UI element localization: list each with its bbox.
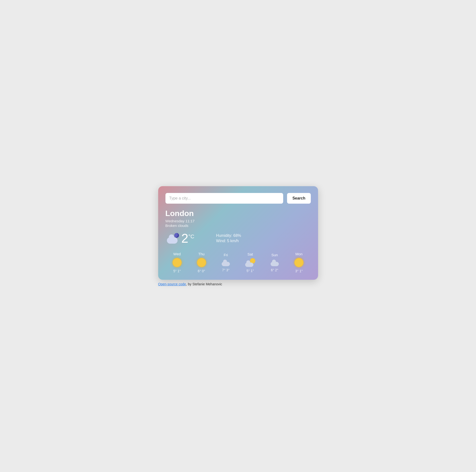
forecast-temps-thu: 6° 0° xyxy=(198,269,205,273)
forecast-day-name-fri: Fri xyxy=(223,253,228,257)
city-name: London xyxy=(166,209,311,218)
forecast-day-wed: Wed 5° 1° xyxy=(166,252,189,273)
humidity-stat: Humidity: 68% xyxy=(216,234,241,238)
forecast-icon-sun xyxy=(270,259,280,266)
temperature-unit: °C xyxy=(188,233,194,239)
forecast-row: Wed 5° 1° Thu 6° 0° Fri 7° 3° Sat xyxy=(166,252,311,273)
page-wrapper: Search London Wednesday 11:17 Broken clo… xyxy=(158,186,318,286)
forecast-day-sat: Sat 5° 1° xyxy=(238,252,262,273)
open-source-link[interactable]: Open-source code xyxy=(158,282,186,286)
forecast-icon-sat xyxy=(245,258,255,267)
weather-stats: Humidity: 68% Wind: 5 km/h xyxy=(216,234,241,243)
forecast-day-mon: Mon 3° 1° xyxy=(287,252,311,273)
forecast-day-name-sun: Sun xyxy=(271,253,278,257)
footer-text: Open-source code, by Stefanie Mehanovic xyxy=(158,282,222,286)
forecast-temps-fri: 7° 3° xyxy=(222,268,230,272)
current-weather-icon xyxy=(166,233,179,244)
forecast-day-thu: Thu 6° 0° xyxy=(190,252,213,273)
condition-text: Broken clouds xyxy=(166,223,311,228)
forecast-day-name-sat: Sat xyxy=(248,252,253,256)
weather-card: Search London Wednesday 11:17 Broken clo… xyxy=(158,186,318,280)
forecast-icon-mon xyxy=(294,258,304,267)
wind-stat: Wind: 5 km/h xyxy=(216,239,241,243)
forecast-icon-fri xyxy=(221,259,231,266)
search-row: Search xyxy=(166,193,311,204)
forecast-day-sun: Sun 6° 2° xyxy=(263,253,286,272)
forecast-day-name-wed: Wed xyxy=(173,252,181,256)
forecast-icon-thu xyxy=(197,258,206,267)
date-time: Wednesday 11:17 xyxy=(166,219,311,223)
forecast-day-name-mon: Mon xyxy=(296,252,303,256)
forecast-temps-wed: 5° 1° xyxy=(173,269,181,273)
current-weather-row: 2°C Humidity: 68% Wind: 5 km/h xyxy=(166,232,311,245)
forecast-temps-mon: 3° 1° xyxy=(295,269,303,273)
footer-suffix: , by Stefanie Mehanovic xyxy=(186,282,222,286)
temperature-value: 2 xyxy=(181,231,188,245)
search-button[interactable]: Search xyxy=(287,193,310,204)
forecast-day-name-thu: Thu xyxy=(198,252,205,256)
forecast-day-fri: Fri 7° 3° xyxy=(214,253,238,272)
temperature-display: 2°C xyxy=(181,232,195,245)
forecast-temps-sat: 5° 1° xyxy=(247,269,254,273)
search-input[interactable] xyxy=(166,193,283,204)
forecast-icon-wed xyxy=(172,258,182,267)
forecast-temps-sun: 6° 2° xyxy=(271,268,278,272)
